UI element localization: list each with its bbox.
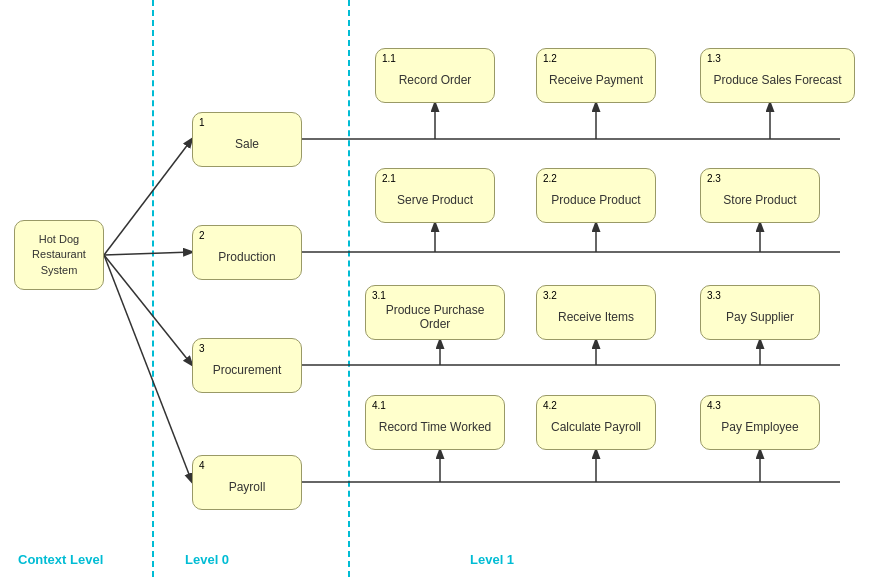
serve-product-label: Serve Product bbox=[393, 189, 477, 211]
produce-product-number: 2.2 bbox=[543, 173, 557, 184]
sale-label: Sale bbox=[231, 133, 263, 155]
record-time-worked-label: Record Time Worked bbox=[375, 416, 495, 438]
produce-product-label: Produce Product bbox=[547, 189, 644, 211]
context-box: Hot DogRestaurantSystem bbox=[14, 220, 104, 290]
level1-produce-product: 2.2 Produce Product bbox=[536, 168, 656, 223]
svg-line-2 bbox=[104, 255, 192, 365]
level1-record-time-worked: 4.1 Record Time Worked bbox=[365, 395, 505, 450]
store-product-label: Store Product bbox=[719, 189, 800, 211]
level1-receive-items: 3.2 Receive Items bbox=[536, 285, 656, 340]
level1-calculate-payroll: 4.2 Calculate Payroll bbox=[536, 395, 656, 450]
receive-items-number: 3.2 bbox=[543, 290, 557, 301]
level1-record-order: 1.1 Record Order bbox=[375, 48, 495, 103]
record-order-number: 1.1 bbox=[382, 53, 396, 64]
receive-items-label: Receive Items bbox=[554, 306, 638, 328]
store-product-number: 2.3 bbox=[707, 173, 721, 184]
svg-line-1 bbox=[104, 252, 192, 255]
level0-payroll: 4 Payroll bbox=[192, 455, 302, 510]
level1-serve-product: 2.1 Serve Product bbox=[375, 168, 495, 223]
produce-sales-forecast-label: Produce Sales Forecast bbox=[709, 69, 845, 91]
produce-sales-forecast-number: 1.3 bbox=[707, 53, 721, 64]
level0-production: 2 Production bbox=[192, 225, 302, 280]
pay-supplier-number: 3.3 bbox=[707, 290, 721, 301]
produce-purchase-order-label: Produce Purchase Order bbox=[366, 299, 504, 335]
level0-sale: 1 Sale bbox=[192, 112, 302, 167]
receive-payment-label: Receive Payment bbox=[545, 69, 647, 91]
procurement-label: Procurement bbox=[209, 359, 286, 381]
calculate-payroll-number: 4.2 bbox=[543, 400, 557, 411]
context-box-label: Hot DogRestaurantSystem bbox=[28, 228, 90, 282]
level1-produce-purchase-order: 3.1 Produce Purchase Order bbox=[365, 285, 505, 340]
produce-purchase-order-number: 3.1 bbox=[372, 290, 386, 301]
level1-store-product: 2.3 Store Product bbox=[700, 168, 820, 223]
receive-payment-number: 1.2 bbox=[543, 53, 557, 64]
pay-employee-number: 4.3 bbox=[707, 400, 721, 411]
procurement-number: 3 bbox=[199, 343, 205, 354]
dfd-diagram: Hot DogRestaurantSystem 1 Sale 2 Product… bbox=[0, 0, 886, 577]
divider-level0-level1 bbox=[348, 0, 350, 577]
divider-context-level0 bbox=[152, 0, 154, 577]
record-time-worked-number: 4.1 bbox=[372, 400, 386, 411]
production-label: Production bbox=[214, 246, 279, 268]
record-order-label: Record Order bbox=[395, 69, 476, 91]
level1-pay-supplier: 3.3 Pay Supplier bbox=[700, 285, 820, 340]
level1-label: Level 1 bbox=[470, 552, 514, 567]
calculate-payroll-label: Calculate Payroll bbox=[547, 416, 645, 438]
context-level-label: Context Level bbox=[18, 552, 103, 567]
serve-product-number: 2.1 bbox=[382, 173, 396, 184]
level1-produce-sales-forecast: 1.3 Produce Sales Forecast bbox=[700, 48, 855, 103]
sale-number: 1 bbox=[199, 117, 205, 128]
production-number: 2 bbox=[199, 230, 205, 241]
level0-procurement: 3 Procurement bbox=[192, 338, 302, 393]
svg-line-0 bbox=[104, 139, 192, 255]
pay-employee-label: Pay Employee bbox=[717, 416, 802, 438]
level0-label: Level 0 bbox=[185, 552, 229, 567]
payroll-label: Payroll bbox=[225, 476, 270, 498]
level1-pay-employee: 4.3 Pay Employee bbox=[700, 395, 820, 450]
level1-receive-payment: 1.2 Receive Payment bbox=[536, 48, 656, 103]
pay-supplier-label: Pay Supplier bbox=[722, 306, 798, 328]
payroll-number: 4 bbox=[199, 460, 205, 471]
svg-line-3 bbox=[104, 255, 192, 482]
